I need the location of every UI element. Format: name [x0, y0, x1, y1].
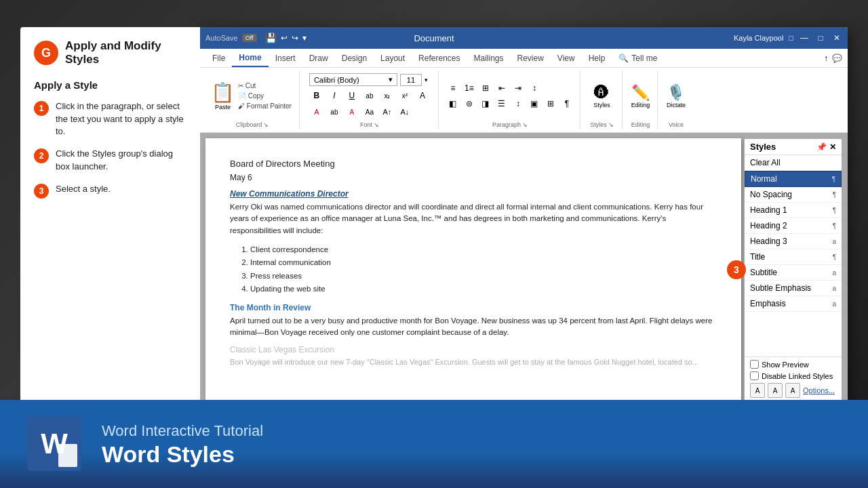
font-color-btn[interactable]: A: [309, 105, 324, 119]
tab-home[interactable]: Home: [232, 49, 268, 67]
step-1: 1 Click in the paragraph, or select the …: [34, 100, 186, 139]
clipboard-expand-icon[interactable]: ↘: [263, 121, 269, 128]
tab-draw[interactable]: Draw: [302, 49, 335, 67]
ribbon-comment-icon[interactable]: 💬: [832, 54, 842, 63]
style-emphasis[interactable]: Emphasis a: [745, 296, 842, 312]
style-title[interactable]: Title ¶: [745, 249, 842, 265]
styles-group-content: 🅐 Styles: [593, 72, 610, 120]
redo-icon[interactable]: ↪: [292, 33, 298, 43]
align-right-btn[interactable]: ◨: [478, 97, 493, 110]
paste-label: Paste: [215, 104, 231, 110]
save-icon[interactable]: 💾: [265, 33, 277, 43]
justify-btn[interactable]: ☰: [494, 97, 509, 110]
ribbon-share-icon[interactable]: ↑: [824, 54, 828, 63]
paste-btn[interactable]: 📋 Paste: [211, 81, 235, 110]
format-painter-btn[interactable]: 🖌 Format Painter: [236, 102, 294, 110]
line-spacing-btn[interactable]: ↕: [511, 97, 526, 110]
paragraph-expand-icon[interactable]: ↘: [522, 121, 528, 128]
tab-review[interactable]: Review: [511, 49, 551, 67]
tab-help[interactable]: Help: [582, 49, 612, 67]
styles-expand-icon[interactable]: ↘: [608, 121, 614, 128]
tab-mailings[interactable]: Mailings: [467, 49, 510, 67]
style-subtle-emphasis[interactable]: Subtle Emphasis a: [745, 281, 842, 296]
tab-view[interactable]: View: [551, 49, 582, 67]
style-heading1[interactable]: Heading 1 ¶: [745, 203, 842, 218]
superscript-btn[interactable]: x²: [397, 89, 412, 102]
tab-tell-me[interactable]: 🔍 Tell me: [612, 49, 664, 67]
clear-all-item[interactable]: Clear All: [745, 155, 842, 171]
tab-file[interactable]: File: [205, 49, 232, 67]
styles-ribbon-btn[interactable]: 🅐 Styles: [593, 84, 610, 108]
style-normal[interactable]: Normal ¶: [745, 171, 842, 187]
grow-font-btn[interactable]: A↑: [380, 105, 395, 119]
styles-panel-close-icon[interactable]: ✕: [829, 142, 836, 152]
highlight-btn[interactable]: ab: [327, 105, 342, 119]
decrease-indent-btn[interactable]: ⇤: [494, 81, 509, 95]
change-case-btn[interactable]: Aa: [362, 105, 377, 119]
font-color-row: A ab A Aa A↑ A↓: [309, 105, 430, 119]
editing-ribbon-btn[interactable]: ✏️ Editing: [631, 84, 650, 108]
styles-panel-header: Styles 📌 ✕: [745, 139, 842, 155]
font-size-dropdown[interactable]: ▾: [425, 77, 428, 83]
show-preview-checkbox[interactable]: Show Preview: [750, 360, 836, 369]
share-icon[interactable]: □: [789, 34, 793, 42]
style-no-spacing[interactable]: No Spacing ¶: [745, 187, 842, 203]
voice-group: 🎙️ Dictate Voice: [659, 70, 693, 129]
numbering-btn[interactable]: 1≡: [462, 81, 477, 95]
bold-btn[interactable]: B: [309, 89, 324, 102]
font-name-selector[interactable]: Calibri (Body) ▾: [309, 73, 397, 86]
clipboard-group: 📋 Paste ✂ Cut 📄 Copy 🖌 Format Painter Cl…: [205, 70, 300, 129]
dictate-ribbon-btn[interactable]: 🎙️ Dictate: [667, 84, 686, 108]
maximize-button[interactable]: □: [815, 33, 826, 43]
increase-indent-btn[interactable]: ⇥: [511, 81, 526, 95]
font-color-btn2[interactable]: A: [344, 105, 359, 119]
styles-panel-pin-icon[interactable]: 📌: [816, 142, 827, 152]
document-title: Document: [414, 33, 454, 43]
subscript-btn[interactable]: x₂: [380, 89, 395, 102]
tab-design[interactable]: Design: [335, 49, 374, 67]
inspect-style-btn[interactable]: A: [768, 383, 783, 398]
font-size-input[interactable]: 11: [400, 74, 422, 86]
document-page[interactable]: Board of Directors Meeting May 6 New Com…: [205, 138, 741, 401]
italic-btn[interactable]: I: [327, 89, 342, 102]
dictate-ribbon-icon: 🎙️: [667, 84, 685, 102]
disable-linked-checkbox[interactable]: Disable Linked Styles: [750, 371, 836, 380]
minimize-button[interactable]: —: [799, 33, 810, 43]
manage-styles-btn[interactable]: A: [785, 383, 800, 398]
disable-linked-input[interactable]: [750, 371, 759, 380]
close-button[interactable]: ✕: [831, 33, 842, 43]
style-subtitle-label: Subtitle: [750, 268, 777, 277]
align-left-btn[interactable]: ◧: [446, 97, 460, 110]
tab-layout[interactable]: Layout: [374, 49, 412, 67]
tab-insert[interactable]: Insert: [269, 49, 302, 67]
multilevel-btn[interactable]: ⊞: [478, 81, 493, 95]
style-subtitle[interactable]: Subtitle a: [745, 265, 842, 281]
editing-ribbon-icon: ✏️: [631, 84, 650, 102]
align-center-btn[interactable]: ⊜: [462, 97, 477, 110]
styles-scroll[interactable]: Normal ¶ No Spacing ¶ Heading 1 ¶ Headin…: [745, 171, 842, 357]
options-btn[interactable]: Options...: [803, 386, 835, 394]
new-style-btn[interactable]: A: [750, 383, 765, 398]
strikethrough-btn[interactable]: ab: [362, 89, 377, 102]
shading-btn[interactable]: ▣: [527, 97, 542, 110]
copy-btn[interactable]: 📄 Copy: [236, 92, 294, 100]
pilcrow-btn[interactable]: ¶: [559, 97, 574, 110]
clipboard-group-content: 📋 Paste ✂ Cut 📄 Copy 🖌 Format Painter: [211, 72, 294, 120]
show-preview-input[interactable]: [750, 360, 759, 369]
style-heading2[interactable]: Heading 2 ¶: [745, 218, 842, 234]
underline-btn[interactable]: U: [344, 89, 359, 102]
bullets-btn[interactable]: ≡: [446, 81, 460, 95]
shrink-font-btn[interactable]: A↓: [397, 105, 412, 119]
cut-btn[interactable]: ✂ Cut: [236, 81, 294, 90]
undo-icon[interactable]: ↩: [281, 33, 288, 43]
sort-btn[interactable]: ↕: [527, 81, 542, 95]
tab-references[interactable]: References: [412, 49, 467, 67]
word-logo-doc: [58, 444, 77, 467]
more-icon[interactable]: ▾: [302, 33, 307, 43]
clear-format-btn[interactable]: A: [415, 89, 430, 102]
borders-btn[interactable]: ⊞: [543, 97, 558, 110]
autosave-state[interactable]: Off: [242, 34, 257, 42]
font-expand-icon[interactable]: ↘: [374, 121, 379, 128]
style-heading3[interactable]: Heading 3 a: [745, 234, 842, 249]
style-heading3-label: Heading 3: [750, 237, 787, 246]
